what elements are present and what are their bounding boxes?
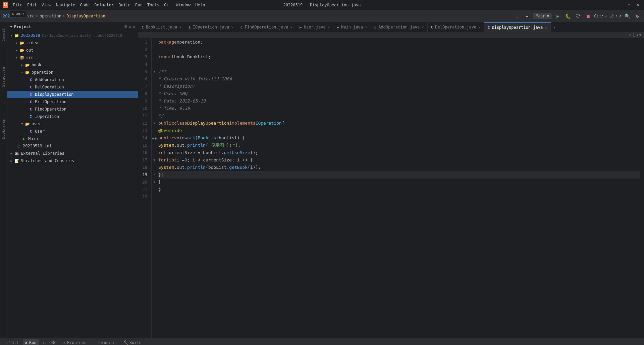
run-config-selector[interactable]: Main ▼ [533,13,552,19]
menu-refactor[interactable]: Refactor [92,2,116,8]
code-editor[interactable]: package operation; import book.BookList;… [157,39,640,338]
settings-button[interactable]: ⚙ [633,12,641,20]
tree-expand-out[interactable]: ▶ [14,48,19,53]
bottom-tab-problems[interactable]: ⚠ Problems [61,339,89,345]
sidebar-settings[interactable]: ⚙ [128,24,131,29]
structure-panel-toggle[interactable]: Structure [0,64,7,90]
tree-expand-operation[interactable]: ▼ [19,70,25,75]
sidebar-collapse-all[interactable]: ⊟ [125,24,127,29]
search-everywhere-button[interactable]: 🔍 [623,12,631,20]
stop-button[interactable]: ■ [584,12,592,20]
scroll-up-icon[interactable]: ▲ [636,33,639,38]
maximize-button[interactable]: ❐ [626,2,632,8]
tree-expand-book[interactable]: ▶ [19,62,25,68]
tree-item-exitoperation[interactable]: C ExitOperation [7,98,138,106]
menu-code[interactable]: Code [78,2,92,8]
tab-close-user[interactable]: ✕ [328,25,330,29]
tree-expand-extlibs[interactable]: ▶ [9,151,14,156]
tree-item-root[interactable]: ▼ 📁 20220519 D:\JavaCode\java-daily-code… [7,32,138,39]
minimize-button[interactable]: — [616,2,623,8]
tab-displayopeartion[interactable]: C DisplayOpeartion.java ✕ [484,22,551,32]
work-branch-label[interactable]: work [16,12,25,16]
run-button[interactable]: ▶ [554,12,562,20]
fold-arrow-17[interactable]: ▼ [153,158,155,162]
close-button[interactable]: ✕ [635,2,641,8]
tree-item-displayopeartion[interactable]: C DisplayOpeartion [7,91,138,98]
sidebar-hide[interactable]: ✕ [132,24,135,29]
tree-item-findoperation[interactable]: C FindOperation [7,106,138,113]
menu-edit[interactable]: Edit [25,2,39,8]
menu-tools[interactable]: Tools [145,2,161,8]
menu-view[interactable]: View [40,2,53,8]
tree-expand-scratches[interactable]: ▶ [9,158,14,163]
tree-item-src[interactable]: ▼ 📦 src [7,54,138,61]
tree-item-addoperation[interactable]: C AddOperation [7,76,138,83]
tab-close-main[interactable]: ✕ [365,25,367,29]
navigate-back-button[interactable]: ← [523,12,531,20]
menu-git[interactable]: Git [162,2,173,8]
git-fetch-icon[interactable]: ↺ [619,14,621,18]
tree-item-extlibs[interactable]: ▶ 📚 External Libraries [7,150,138,157]
git-push-icon[interactable]: ↑ [615,14,618,18]
tree-item-user-pkg[interactable]: ▼ 📂 user [7,120,138,128]
editor-scrollbar[interactable] [640,39,644,338]
menu-window[interactable]: Window [174,2,193,8]
tab-main[interactable]: ▶ Main.java ✕ [333,22,371,32]
tab-close-booklist[interactable]: ✕ [179,25,182,29]
menu-navigate[interactable]: Navigate [54,2,77,8]
breadcrumb-package[interactable]: operation [40,14,61,18]
tab-close-ioperation[interactable]: ✕ [231,25,233,29]
scroll-down-icon[interactable]: ▼ [639,33,641,38]
run-with-coverage-button[interactable]: 🛡 [574,12,582,20]
bottom-tab-todo[interactable]: ☑ TODO [41,339,59,345]
tree-item-out[interactable]: ▶ 📂 out [7,47,138,54]
tab-close-findoperation[interactable]: ✕ [290,25,292,29]
project-dropdown-icon[interactable]: ▼ [10,25,12,28]
tab-user[interactable]: ▶ User.java ✕ [296,22,333,32]
fold-arrow-5[interactable]: ▼ [153,70,155,73]
tree-item-user[interactable]: C User [7,128,138,135]
menu-run[interactable]: Run [133,2,145,8]
bottom-tab-git[interactable]: ⎇ Git [3,339,21,345]
tab-booklist[interactable]: C BookList.java ✕ [138,22,185,32]
debug-button[interactable]: 🐛 [564,12,572,20]
bottom-tab-run[interactable]: ▶ Run [23,339,39,345]
breadcrumb-class[interactable]: DisplayOpeartion [66,14,105,18]
tree-expand-user-pkg[interactable]: ▼ [19,121,25,127]
fold-arrow-12[interactable]: ▼ [153,122,155,125]
tab-close-deloperation[interactable]: ✕ [478,25,481,29]
bookmarks-panel-toggle[interactable]: Bookmarks [0,116,7,142]
fold-indicator-19[interactable]: └ [153,173,155,177]
tree-item-deloperation[interactable]: C DelOperation [7,83,138,91]
tree-expand-root[interactable]: ▼ [9,33,14,38]
vcs-update-button[interactable]: ↓ [513,12,521,20]
tab-close-addoperation[interactable]: ✕ [422,25,424,29]
tree-item-scratches[interactable]: ▶ 📝 Scratches and Consoles [7,157,138,164]
tab-deloperation[interactable]: C DelOperation.java ✕ [428,22,484,32]
tree-item-main[interactable]: ▶ Main [7,135,138,142]
run-icon-14[interactable]: ▶ [152,136,154,140]
tree-expand-src[interactable]: ▼ [14,55,19,60]
bottom-tab-terminal[interactable]: _ Terminal [91,339,119,345]
menu-file[interactable]: File [11,2,24,8]
tree-expand-idea[interactable]: ▶ [14,40,19,46]
breadcrumb-src[interactable]: src [27,14,35,18]
tab-more-button[interactable]: ▾ [551,22,559,32]
git-branch-icon[interactable]: ⎇ [609,14,614,18]
menu-help[interactable]: Help [193,2,207,8]
debug-icon-14[interactable]: ◉ [155,136,157,140]
git-check-icon[interactable]: ✓ [605,14,607,18]
tree-item-ioperation[interactable]: I IOperation [7,113,138,120]
tab-ioperation[interactable]: I IOperation.java ✕ [185,22,237,32]
tab-close-displayopeartion[interactable]: ✕ [545,25,547,30]
tree-item-operation[interactable]: ▼ 📂 operation [7,69,138,76]
fold-arrow-20[interactable]: ▼ [153,181,155,184]
menu-build[interactable]: Build [116,2,132,8]
tree-item-idea[interactable]: ▶ 📂 .idea [7,39,138,47]
commit-panel-toggle[interactable]: Commit [0,25,7,44]
tab-findoperation[interactable]: C FindOperation.java ✕ [237,22,296,32]
bottom-tab-build[interactable]: 🔨 Build [120,339,144,345]
tree-item-book[interactable]: ▶ 📂 book [7,61,138,69]
tree-item-iml[interactable]: ⬡ 20220519.iml [7,142,138,150]
tab-addoperation[interactable]: C AddOperation.java ✕ [371,22,428,32]
